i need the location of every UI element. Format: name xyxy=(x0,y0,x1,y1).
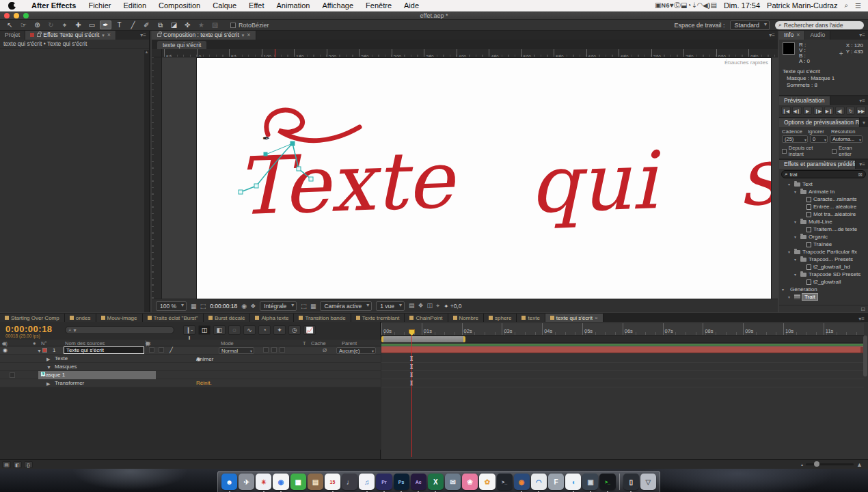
brainstorm-button[interactable]: ✦ xyxy=(273,325,286,335)
panel-menu-icon[interactable]: ▾≡ xyxy=(859,161,868,167)
track-matte-icon[interactable]: Ø xyxy=(323,347,327,353)
flowchart-icon[interactable]: ▤ xyxy=(409,302,415,310)
tab-ram-options[interactable]: Options de prévisualisation RAM xyxy=(779,118,860,127)
n6-icon[interactable]: N6 xyxy=(661,2,670,9)
from-current-time-checkbox[interactable]: Depuis cet instant xyxy=(782,145,828,157)
property-row-texte[interactable]: ▶ Texte Animer : ◉ xyxy=(0,355,381,363)
menu-user[interactable]: Patrick Marin-Cudraz xyxy=(767,1,837,10)
comp-tab-chainpoint[interactable]: ChainPoint xyxy=(405,314,448,322)
viewer-tab-texte-qui-secrit[interactable]: texte qui s'écrit xyxy=(157,41,206,49)
rotation-tool[interactable]: ↻ xyxy=(45,20,57,29)
notification-center-icon[interactable]: ☰ xyxy=(855,2,861,10)
dock-trash[interactable]: ▽ xyxy=(640,474,656,490)
mask-shape-tool[interactable]: ▭ xyxy=(86,20,98,29)
tree-item-multi-line[interactable]: ▾Multi-Line xyxy=(779,218,868,226)
shy-layers-button[interactable]: ◌ xyxy=(228,325,241,335)
twirl-icon[interactable]: ▾ xyxy=(788,182,792,187)
dock-contacts[interactable]: ▤ xyxy=(308,474,323,490)
tree-item-caracte-ra-nants[interactable]: Caracte...raînants xyxy=(779,195,868,203)
menu-animation[interactable]: Animation xyxy=(271,1,316,10)
zoom-in-mountain-icon[interactable]: ▲ xyxy=(856,461,863,468)
resolution-select[interactable]: Intégrale xyxy=(260,301,297,311)
menu-fen-tre[interactable]: Fenêtre xyxy=(360,1,398,10)
quality-switch[interactable]: ╱ xyxy=(169,347,173,353)
menu-fichier[interactable]: Fichier xyxy=(82,1,117,10)
twirl-icon[interactable]: ▾ xyxy=(794,272,798,277)
loop-button[interactable]: ↻ xyxy=(846,107,856,115)
live-update-button[interactable]: ◫ xyxy=(198,325,211,335)
time-ruler[interactable]: 00s01s02s03s04s05s06s07s08s09s10s11s12s xyxy=(381,323,864,336)
horizontal-ruler[interactable]: 5005010015020025030035040045050055060065… xyxy=(162,49,778,57)
scroll-up-icon[interactable]: ▲ xyxy=(144,50,149,54)
eye-icon[interactable]: ◉ xyxy=(3,347,8,353)
comp-tab-traits-clat-burst[interactable]: Traits éclat "Burst" xyxy=(143,314,204,322)
ignore-select[interactable]: 0 xyxy=(810,135,828,143)
layer-color-chip[interactable] xyxy=(42,348,47,353)
tab-projet[interactable]: Projet xyxy=(0,31,25,40)
tab-info[interactable]: Info× xyxy=(779,31,805,40)
close-panel-icon[interactable]: × xyxy=(247,31,250,38)
mask-visibility-box[interactable] xyxy=(10,372,15,378)
dock-photo-app-pink[interactable]: ❀ xyxy=(462,474,478,490)
chevron-down-icon[interactable]: ▾ xyxy=(102,33,105,38)
safe-margins-icon[interactable]: ⬚ xyxy=(200,303,206,310)
close-panel-icon[interactable]: × xyxy=(107,31,111,38)
comp-tab-texte-qui-s-crit[interactable]: texte qui s'écrit× xyxy=(545,314,603,322)
dock-filezilla[interactable]: F xyxy=(548,474,564,490)
dock-terminal[interactable]: >_ xyxy=(497,474,513,490)
tab-effets[interactable]: Effets Texte qui s'écrit▾× xyxy=(25,31,116,40)
chevron-down-icon[interactable]: ▾ xyxy=(242,33,245,38)
switch-box-5[interactable] xyxy=(280,347,285,353)
star-tool[interactable]: ★ xyxy=(195,20,207,29)
layer-row-1[interactable]: ◉ ▼ 1 Texte qui s'écrit ╱ Normal Ø Aucun… xyxy=(0,346,381,355)
sync-icon[interactable]: ⇣ xyxy=(691,1,696,9)
dock-chrome[interactable]: ◉ xyxy=(273,474,288,490)
dock-excel[interactable]: X xyxy=(428,474,444,490)
comp-tab-texte-tremblant[interactable]: Texte tremblant xyxy=(351,314,405,322)
dock-garageband[interactable]: ♩ xyxy=(342,474,357,490)
zoom-slider-knob[interactable] xyxy=(814,461,819,467)
grid-guides-icon[interactable]: ▦ xyxy=(191,303,197,310)
c-app-icon[interactable]: Ⓒ xyxy=(674,1,681,9)
twirl-icon[interactable]: ▾ xyxy=(794,257,798,262)
tree-item-t2-glowtrail[interactable]: t2_glowtrail xyxy=(779,278,868,286)
layers-tool[interactable]: ▨ xyxy=(209,20,221,29)
rotobezier-checkbox[interactable]: RotoBézier xyxy=(230,22,269,29)
selection-tool[interactable]: ↖ xyxy=(4,20,16,29)
comp-tab-nombre[interactable]: Nombre xyxy=(448,314,484,322)
col-number[interactable]: N° xyxy=(41,340,46,346)
comp-tab-starting-over-comp[interactable]: Starting Over Comp xyxy=(0,314,65,322)
spotlight-icon[interactable]: ⌕ xyxy=(844,1,848,10)
panel-menu-icon[interactable]: ▾≡ xyxy=(769,32,778,38)
view-layout-select[interactable]: 1 vue xyxy=(376,301,405,311)
dock-calendar[interactable]: 15 xyxy=(325,474,340,490)
line-tool[interactable]: ╱ xyxy=(127,20,139,29)
menu-after-effects[interactable]: After Effects xyxy=(25,1,82,10)
lock-col-icon[interactable]: ▫ xyxy=(2,341,3,346)
dock-photoshop[interactable]: Ps xyxy=(394,474,409,490)
texte-group-label[interactable]: Texte xyxy=(55,355,68,361)
dock-terminal-dark[interactable]: >_ xyxy=(599,474,615,490)
dock-facetime[interactable]: ◖ xyxy=(565,474,581,490)
left-panel-scrollbar[interactable]: ▲ xyxy=(144,50,149,312)
magnification-select[interactable]: 100 % xyxy=(156,301,187,311)
motion-blur-button[interactable]: ◔ xyxy=(258,325,271,335)
volume-icon[interactable]: ◀) xyxy=(703,2,711,9)
tree-item-organic[interactable]: ▾Organic xyxy=(779,233,868,241)
dock-wifi-utility[interactable]: ◠ xyxy=(531,474,547,490)
display-switch-icon[interactable]: ▤ xyxy=(710,1,716,9)
type-tool[interactable]: T xyxy=(113,20,125,29)
tree-item-g-n-ration[interactable]: ▾Génération xyxy=(779,286,868,293)
dock-numbers-grid-app[interactable]: ▦ xyxy=(290,474,306,490)
col-source-name[interactable]: Nom des sources xyxy=(65,340,105,346)
hand-tool[interactable]: ☞ xyxy=(18,20,29,29)
menu-affichage[interactable]: Affichage xyxy=(316,1,360,10)
menu-clock[interactable]: Dim. 17:54 xyxy=(724,1,760,10)
pixel-aspect-icon[interactable]: ◫ xyxy=(427,302,433,310)
tree-item-animate-in[interactable]: ▾Animate In xyxy=(779,188,868,195)
animate-add-button[interactable]: ◉ xyxy=(196,356,201,362)
twirl-icon[interactable]: ▾ xyxy=(788,295,792,299)
col-cache[interactable]: Cache xyxy=(311,340,326,346)
dock-screen-recorder[interactable]: ▣ xyxy=(582,474,598,490)
twirl-icon[interactable]: ▼ xyxy=(46,365,51,370)
